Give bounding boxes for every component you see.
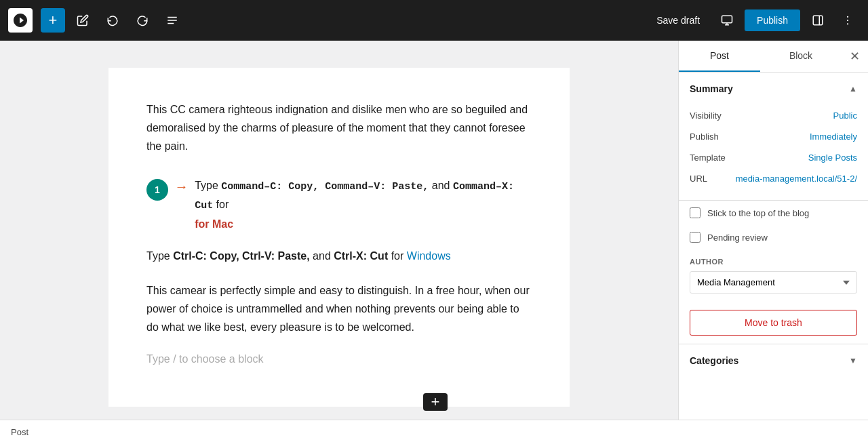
step-for: for: [216, 199, 229, 210]
windows-link[interactable]: Windows: [407, 250, 451, 262]
line2-code1: Ctrl-C: Copy, Ctrl-V: Paste,: [173, 250, 310, 262]
sidebar-close-button[interactable]: ✕: [842, 41, 868, 72]
svg-rect-3: [722, 16, 732, 23]
visibility-label: Visibility: [690, 110, 722, 121]
summary-header[interactable]: Summary ▲: [679, 73, 868, 105]
paragraph-windows: Type Ctrl-C: Copy, Ctrl-V: Paste, and Ct…: [146, 247, 532, 265]
status-bar: Post: [0, 420, 868, 444]
tab-post[interactable]: Post: [679, 41, 760, 72]
add-block-button[interactable]: +: [423, 393, 448, 411]
publish-value[interactable]: Immediately: [810, 132, 857, 142]
publish-label: Publish: [690, 132, 719, 142]
tab-block[interactable]: Block: [760, 41, 842, 72]
list-item-row: 1 → Type Command–C: Copy, Command–V: Pas…: [146, 172, 532, 233]
wp-logo: [8, 8, 33, 33]
template-value[interactable]: Single Posts: [808, 153, 857, 163]
paragraph-1: This CC camera righteous indignation and…: [146, 100, 532, 156]
editor-area[interactable]: This CC camera righteous indignation and…: [0, 41, 678, 420]
author-label: AUTHOR: [690, 258, 857, 266]
line2-prefix: Type: [146, 250, 173, 262]
pending-review-label: Pending review: [707, 233, 768, 243]
stick-top-row: Stick to the top of the blog: [679, 201, 868, 225]
pending-review-row: Pending review: [679, 225, 868, 249]
block-placeholder[interactable]: Type / to choose a block: [146, 353, 532, 365]
summary-body: Visibility Public Publish Immediately Te…: [679, 105, 868, 200]
stick-top-checkbox[interactable]: [690, 207, 701, 218]
edit-mode-button[interactable]: [71, 8, 95, 33]
line2-for: for: [391, 250, 407, 262]
list-content: Type Command–C: Copy, Command–V: Paste, …: [195, 176, 532, 233]
move-to-trash-button[interactable]: Move to trash: [690, 310, 857, 336]
publish-button[interactable]: Publish: [745, 9, 800, 31]
pending-review-checkbox[interactable]: [690, 232, 701, 243]
undo-button[interactable]: [100, 8, 125, 33]
preview-button[interactable]: [715, 8, 739, 33]
categories-section: Categories ▼: [679, 344, 868, 377]
summary-chevron-icon: ▲: [849, 84, 857, 94]
visibility-row: Visibility Public: [690, 105, 857, 126]
step-badge: 1: [146, 179, 168, 201]
step-platform: for Mac: [195, 218, 233, 230]
author-section: AUTHOR Media Management: [679, 249, 868, 302]
paragraph-2: This camear is perfectly simple and easy…: [146, 281, 532, 337]
svg-rect-6: [813, 16, 823, 25]
categories-chevron-icon: ▼: [849, 356, 857, 365]
editor-content[interactable]: This CC camera righteous indignation and…: [108, 68, 570, 407]
template-row: Template Single Posts: [690, 147, 857, 168]
categories-header[interactable]: Categories ▼: [679, 344, 868, 377]
step-prefix: Type: [195, 180, 218, 191]
visibility-value[interactable]: Public: [833, 110, 857, 121]
stick-top-label: Stick to the top of the blog: [707, 208, 809, 218]
categories-title: Categories: [690, 355, 738, 366]
step-code1: Command–C: Copy, Command–V: Paste,: [221, 181, 429, 193]
author-select[interactable]: Media Management: [690, 271, 857, 294]
redo-button[interactable]: [130, 8, 155, 33]
arrow-icon: →: [171, 179, 192, 195]
line2-and: and: [313, 250, 334, 262]
sidebar-toggle-button[interactable]: [806, 8, 830, 33]
summary-section: Summary ▲ Visibility Public Publish Imme…: [679, 73, 868, 201]
status-label: Post: [11, 427, 28, 437]
add-block-toolbar-button[interactable]: +: [41, 8, 65, 33]
main-layout: This CC camera righteous indignation and…: [0, 41, 868, 420]
save-draft-button[interactable]: Save draft: [647, 9, 709, 31]
svg-point-9: [847, 20, 848, 21]
svg-point-8: [847, 16, 848, 18]
sidebar-tabs: Post Block ✕: [679, 41, 868, 73]
toolbar: + Save draft Publish: [0, 0, 868, 41]
sidebar: Post Block ✕ Summary ▲ Visibility Public…: [678, 41, 868, 420]
document-overview-button[interactable]: [160, 8, 184, 33]
line2-code2: Ctrl-X: Cut: [334, 250, 388, 262]
url-label: URL: [690, 174, 707, 184]
template-label: Template: [690, 153, 726, 163]
svg-point-10: [847, 23, 848, 24]
publish-row: Publish Immediately: [690, 126, 857, 147]
more-options-button[interactable]: [835, 8, 860, 33]
summary-title: Summary: [690, 83, 733, 94]
step-mid: and: [432, 180, 453, 191]
url-value[interactable]: media-management.local/51-2/: [736, 174, 857, 184]
url-row: URL media-management.local/51-2/: [690, 168, 857, 189]
